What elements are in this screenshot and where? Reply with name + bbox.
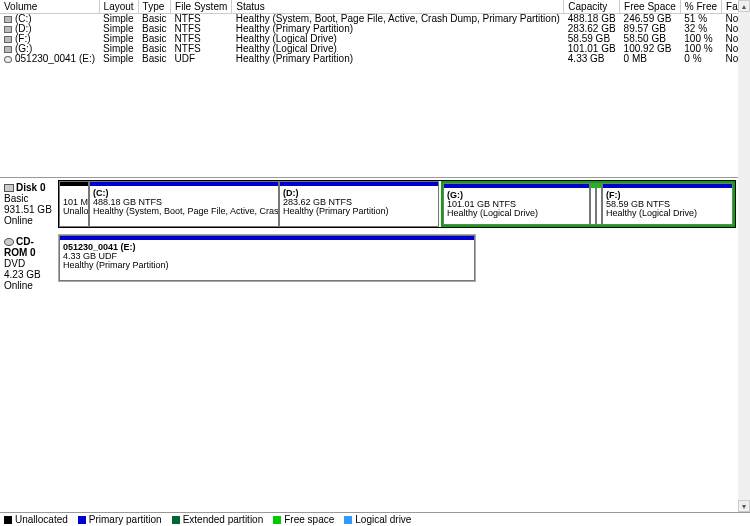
drive-icon	[4, 26, 12, 33]
seg-unallocated[interactable]: 101 MBUnallocated	[59, 181, 89, 227]
disk-0-size: 931.51 GB	[4, 204, 56, 215]
col-free[interactable]: Free Space	[620, 0, 681, 14]
legend: Unallocated Primary partition Extended p…	[0, 512, 750, 526]
col-fs[interactable]: File System	[171, 0, 232, 14]
scrollbar[interactable]: ▴ ▾	[738, 0, 750, 512]
f-status: Healthy (Logical Drive)	[606, 208, 697, 218]
legend-free: Free space	[273, 514, 334, 525]
disc-icon	[4, 56, 12, 63]
disk-0-map: 101 MBUnallocated (C:)488.18 GB NTFSHeal…	[58, 180, 736, 228]
drive-icon	[4, 46, 12, 53]
col-layout[interactable]: Layout	[99, 0, 138, 14]
disk-0-row: Disk 0 Basic 931.51 GB Online 101 MBUnal…	[2, 180, 748, 228]
vol-name: 051230_0041 (E:)	[15, 53, 95, 64]
col-volume[interactable]: Volume	[0, 0, 99, 14]
disk-icon	[4, 184, 14, 192]
legend-unallocated: Unallocated	[4, 514, 68, 525]
disk-0-state: Online	[4, 215, 56, 226]
cdrom-0-info[interactable]: CD-ROM 0 DVD 4.23 GB Online	[2, 234, 58, 293]
scroll-up-button[interactable]: ▴	[738, 0, 750, 12]
unalloc-label: Unallocated	[63, 206, 88, 216]
vol-pct: 0 %	[680, 54, 721, 64]
legend-extended: Extended partition	[172, 514, 264, 525]
col-capacity[interactable]: Capacity	[564, 0, 620, 14]
volume-table-container[interactable]: Volume Layout Type File System Status Ca…	[0, 0, 750, 178]
col-status[interactable]: Status	[232, 0, 564, 14]
drive-icon	[4, 36, 12, 43]
vol-type: Basic	[138, 54, 170, 64]
vol-cap: 4.33 GB	[564, 54, 620, 64]
seg-e[interactable]: 051230_0041 (E:)4.33 GB UDFHealthy (Prim…	[59, 235, 475, 281]
seg-c[interactable]: (C:)488.18 GB NTFSHealthy (System, Boot,…	[89, 181, 279, 227]
extended-partition-group: (G:)101.01 GB NTFSHealthy (Logical Drive…	[441, 181, 735, 227]
legend-logical: Logical drive	[344, 514, 411, 525]
disk-0-type: Basic	[4, 193, 56, 204]
disk-map-area: Disk 0 Basic 931.51 GB Online 101 MBUnal…	[0, 178, 750, 293]
vol-status: Healthy (Primary Partition)	[232, 54, 564, 64]
d-status: Healthy (Primary Partition)	[283, 206, 389, 216]
cdrom-0-type: DVD	[4, 258, 56, 269]
g-status: Healthy (Logical Drive)	[447, 208, 538, 218]
c-status: Healthy (System, Boot, Page File, Active…	[93, 206, 278, 216]
cdrom-0-size: 4.23 GB	[4, 269, 56, 280]
e-status: Healthy (Primary Partition)	[63, 260, 169, 270]
cdrom-0-row: CD-ROM 0 DVD 4.23 GB Online 051230_0041 …	[2, 234, 748, 293]
col-type[interactable]: Type	[138, 0, 170, 14]
header-row: Volume Layout Type File System Status Ca…	[0, 0, 750, 14]
table-row[interactable]: 051230_0041 (E:) Simple Basic UDF Health…	[0, 54, 750, 64]
seg-f[interactable]: (F:)58.59 GB NTFSHealthy (Logical Drive)	[602, 183, 733, 225]
scroll-down-button[interactable]: ▾	[738, 500, 750, 512]
legend-primary: Primary partition	[78, 514, 162, 525]
disk-0-info[interactable]: Disk 0 Basic 931.51 GB Online	[2, 180, 58, 228]
cdrom-icon	[4, 238, 14, 246]
drive-icon	[4, 16, 12, 23]
volume-table: Volume Layout Type File System Status Ca…	[0, 0, 750, 64]
seg-d[interactable]: (D:)283.62 GB NTFSHealthy (Primary Parti…	[279, 181, 439, 227]
vol-layout: Simple	[99, 54, 138, 64]
cdrom-0-map: 051230_0041 (E:)4.33 GB UDFHealthy (Prim…	[58, 234, 476, 282]
vol-fs: UDF	[171, 54, 232, 64]
cdrom-0-state: Online	[4, 280, 56, 291]
seg-g[interactable]: (G:)101.01 GB NTFSHealthy (Logical Drive…	[443, 183, 590, 225]
col-pct[interactable]: % Free	[680, 0, 721, 14]
vol-free: 0 MB	[620, 54, 681, 64]
disk-0-title: Disk 0	[16, 182, 45, 193]
